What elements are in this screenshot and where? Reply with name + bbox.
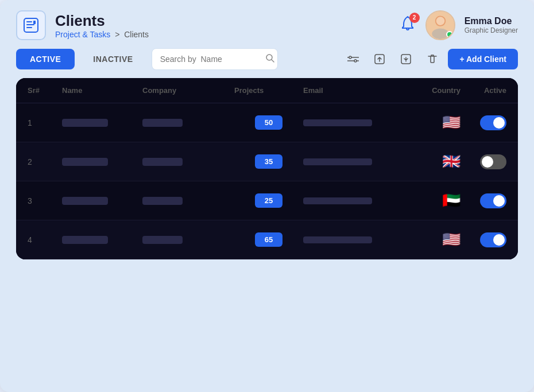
cell-active-2[interactable] <box>461 154 506 169</box>
page-title: Clients <box>55 12 149 30</box>
cell-sr-3: 3 <box>28 196 62 205</box>
svg-point-11 <box>349 56 351 59</box>
col-header-country: Country <box>403 86 461 95</box>
cell-name-1 <box>62 119 142 127</box>
table-row: 1 50 🇺🇸 <box>16 103 518 142</box>
table-row: 3 25 🇦🇪 <box>16 181 518 220</box>
flag-3: 🇦🇪 <box>442 192 461 209</box>
col-header-company: Company <box>142 86 234 95</box>
flag-2: 🇬🇧 <box>442 153 461 170</box>
cell-sr-1: 1 <box>28 118 62 127</box>
company-skeleton-2 <box>142 158 183 166</box>
filter-button[interactable] <box>342 48 364 70</box>
cell-sr-2: 2 <box>28 157 62 166</box>
cell-email-1 <box>303 119 395 126</box>
svg-rect-1 <box>26 21 32 22</box>
cell-active-4[interactable] <box>461 232 506 247</box>
toolbar-actions: + Add Client <box>342 48 518 70</box>
email-skeleton-1 <box>303 119 372 126</box>
toggle-2[interactable] <box>480 154 506 169</box>
cell-projects-4: 65 <box>234 232 303 247</box>
export-button[interactable] <box>369 48 390 70</box>
col-header-active: Active <box>461 86 506 95</box>
toolbar: ACTIVE INACTIVE <box>0 40 534 78</box>
tab-inactive[interactable]: INACTIVE <box>82 49 144 69</box>
name-skeleton-1 <box>62 119 108 127</box>
email-skeleton-3 <box>303 197 372 204</box>
toggle-4[interactable] <box>480 232 506 247</box>
svg-line-10 <box>272 60 274 62</box>
search-input[interactable] <box>160 55 261 64</box>
breadcrumb-link[interactable]: Project & Tasks <box>55 30 110 39</box>
toggle-1[interactable] <box>480 115 506 130</box>
header: Clients Project & Tasks > Clients 2 <box>0 0 534 40</box>
cell-country-4: 🇺🇸 <box>403 231 461 249</box>
user-info: Emma Doe Graphic Designer <box>465 16 518 34</box>
search-box <box>152 48 278 70</box>
search-icon <box>265 53 274 65</box>
col-header-projects: Projects <box>234 86 303 95</box>
notification-bell[interactable]: 2 <box>399 15 416 36</box>
projects-badge-3: 25 <box>255 193 283 208</box>
cell-email-4 <box>303 236 395 243</box>
company-skeleton-3 <box>142 197 183 205</box>
cell-name-3 <box>62 197 142 205</box>
toggle-knob-1 <box>493 117 505 129</box>
cell-company-3 <box>142 197 234 205</box>
main-content: Sr# Name Company Projects Email Country … <box>16 78 518 259</box>
breadcrumb-current: Clients <box>124 30 149 39</box>
col-header-name: Name <box>62 86 142 95</box>
add-client-button[interactable]: + Add Client <box>448 49 518 69</box>
user-role: Graphic Designer <box>465 26 518 34</box>
user-name: Emma Doe <box>465 16 518 26</box>
toggle-knob-4 <box>493 234 505 246</box>
cell-email-2 <box>303 158 395 165</box>
tab-active[interactable]: ACTIVE <box>16 49 75 69</box>
cell-company-1 <box>142 119 234 127</box>
toggle-knob-3 <box>493 195 505 207</box>
table-header: Sr# Name Company Projects Email Country … <box>16 78 518 103</box>
cell-email-3 <box>303 197 395 204</box>
cell-name-2 <box>62 158 142 166</box>
user-avatar-wrapper <box>425 10 455 40</box>
flag-4: 🇺🇸 <box>442 231 461 249</box>
email-skeleton-4 <box>303 236 372 243</box>
avatar <box>425 10 455 40</box>
name-skeleton-2 <box>62 158 108 166</box>
toggle-knob-2 <box>482 156 493 168</box>
toggle-3[interactable] <box>480 193 506 208</box>
cell-active-1[interactable] <box>461 115 506 130</box>
cell-projects-2: 35 <box>234 154 303 169</box>
projects-badge-1: 50 <box>255 115 283 130</box>
col-header-empty <box>395 86 403 95</box>
name-skeleton-4 <box>62 236 108 244</box>
table-row: 4 65 🇺🇸 <box>16 220 518 259</box>
cell-active-3[interactable] <box>461 193 506 208</box>
app-logo <box>16 10 46 40</box>
cell-country-3: 🇦🇪 <box>403 192 461 209</box>
email-skeleton-2 <box>303 158 372 165</box>
header-title-block: Clients Project & Tasks > Clients <box>55 12 149 39</box>
cell-projects-1: 50 <box>234 115 303 130</box>
cell-projects-3: 25 <box>234 193 303 208</box>
table-row: 2 35 🇬🇧 <box>16 142 518 181</box>
breadcrumb-separator: > <box>115 30 119 39</box>
import-button[interactable] <box>395 48 417 70</box>
projects-badge-2: 35 <box>255 154 283 169</box>
header-right: 2 Emma Doe <box>399 10 518 40</box>
cell-sr-4: 4 <box>28 235 62 244</box>
online-status-dot <box>446 31 453 38</box>
col-header-sr: Sr# <box>28 86 62 95</box>
cell-company-4 <box>142 236 234 244</box>
svg-point-8 <box>436 17 444 25</box>
cell-country-2: 🇬🇧 <box>403 153 461 170</box>
company-skeleton-4 <box>142 236 183 244</box>
notification-count: 2 <box>409 13 420 23</box>
company-skeleton-1 <box>142 119 183 127</box>
cell-name-4 <box>62 236 142 244</box>
cell-company-2 <box>142 158 234 166</box>
projects-badge-4: 65 <box>255 232 283 247</box>
cell-country-1: 🇺🇸 <box>403 114 461 131</box>
delete-button[interactable] <box>421 48 443 70</box>
svg-point-12 <box>354 60 357 62</box>
